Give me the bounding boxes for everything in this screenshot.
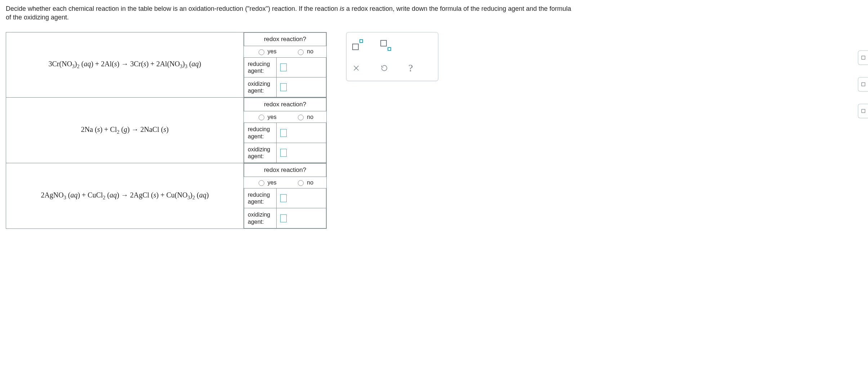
reducing-agent-input[interactable] [280, 194, 287, 202]
reactions-table: 3Cr(NO3)2 (aq) + 2Al(s) → 3Cr(s) + 2Al(N… [6, 32, 327, 229]
yes-option[interactable]: yes [257, 179, 277, 186]
reducing-agent-label: reducing agent: [244, 57, 277, 77]
redox-question-label: redox reaction? [244, 98, 326, 111]
no-option[interactable]: no [296, 179, 313, 186]
oxidizing-agent-input[interactable] [280, 83, 287, 91]
side-tab-1[interactable] [858, 50, 868, 65]
formula-toolbox: ? [346, 32, 438, 81]
no-option[interactable]: no [296, 114, 313, 120]
oxidizing-agent-input[interactable] [280, 149, 287, 157]
side-tab-3[interactable] [858, 104, 868, 118]
oxidizing-agent-label: oxidizing agent: [244, 143, 277, 163]
yes-radio[interactable] [259, 49, 264, 55]
superscript-button[interactable] [352, 40, 363, 50]
redox-question-label: redox reaction? [244, 32, 326, 46]
eq-0: 3Cr(NO3)2 (aq) + 2Al(s) → 3Cr(s) + 2Al(N… [49, 60, 201, 68]
redox-question-label: redox reaction? [244, 164, 326, 177]
yes-option[interactable]: yes [257, 114, 277, 120]
svg-rect-0 [862, 56, 865, 59]
no-option[interactable]: no [296, 48, 313, 55]
no-radio[interactable] [298, 115, 304, 120]
oxidizing-agent-label: oxidizing agent: [244, 77, 277, 97]
prompt-pre: Decide whether each chemical reaction in… [6, 5, 340, 12]
reaction-equation: 2AgNO3 (aq) + CuCl2 (aq) → 2AgCl (s) + C… [6, 163, 244, 229]
reducing-agent-input[interactable] [280, 129, 287, 137]
subscript-button[interactable] [380, 40, 391, 50]
yes-radio[interactable] [259, 180, 264, 186]
no-radio[interactable] [298, 49, 304, 55]
oxidizing-agent-input[interactable] [280, 214, 287, 222]
reducing-agent-label: reducing agent: [244, 188, 277, 208]
oxidizing-agent-label: oxidizing agent: [244, 208, 277, 228]
no-radio[interactable] [298, 180, 304, 186]
eq-2: 2AgNO3 (aq) + CuCl2 (aq) → 2AgCl (s) + C… [41, 191, 209, 199]
prompt-em: is [340, 5, 344, 12]
yes-option[interactable]: yes [257, 48, 277, 55]
clear-button[interactable] [352, 64, 360, 72]
reaction-equation: 2Na (s) + Cl2 (g) → 2NaCl (s) [6, 98, 244, 163]
reducing-agent-input[interactable] [280, 63, 287, 71]
side-tab-strip [858, 50, 868, 118]
svg-rect-2 [862, 109, 865, 112]
reset-button[interactable] [380, 64, 388, 72]
side-tab-2[interactable] [858, 77, 868, 92]
svg-rect-1 [862, 83, 865, 86]
eq-1: 2Na (s) + Cl2 (g) → 2NaCl (s) [81, 125, 169, 133]
question-prompt: Decide whether each chemical reaction in… [6, 4, 575, 22]
reaction-equation: 3Cr(NO3)2 (aq) + 2Al(s) → 3Cr(s) + 2Al(N… [6, 32, 244, 98]
reducing-agent-label: reducing agent: [244, 123, 277, 143]
help-button[interactable]: ? [408, 62, 413, 74]
yes-radio[interactable] [259, 115, 264, 120]
